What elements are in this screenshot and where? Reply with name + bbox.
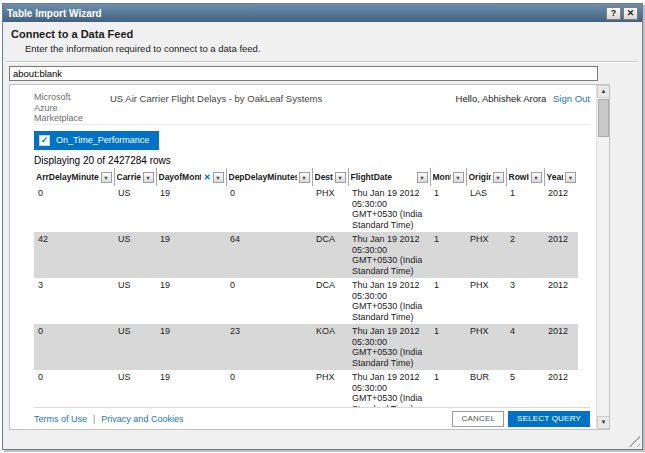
resize-grip[interactable]	[626, 433, 640, 447]
brand-line: Azure	[34, 103, 110, 114]
scroll-up-icon[interactable]: ▲	[597, 85, 610, 98]
table-cell: 0	[226, 370, 312, 407]
address-text: about:blank	[13, 68, 62, 79]
close-button[interactable]: ✕	[623, 7, 638, 20]
greeting-text: Hello, Abhishek Arora	[456, 93, 547, 104]
table-row: 42US1964DCAThu Jan 19 2012 05:30:00 GMT+…	[34, 232, 578, 278]
table-cell: 0	[34, 186, 114, 232]
terms-of-use-link[interactable]: Terms of Use	[34, 414, 87, 424]
checkbox-checked-icon[interactable]: ✓	[39, 135, 50, 146]
table-cell: 19	[156, 324, 226, 370]
table-cell: DCA	[312, 232, 348, 278]
table-cell: 1	[430, 370, 466, 407]
help-button[interactable]: ?	[606, 7, 621, 20]
table-cell: PHX	[466, 232, 506, 278]
address-box[interactable]: about:blank	[9, 66, 598, 81]
filter-dropdown-button[interactable]: ▼	[565, 172, 576, 183]
title-bar[interactable]: Table Import Wizard ? ✕	[3, 4, 642, 22]
privacy-cookies-link[interactable]: Privacy and Cookies	[101, 414, 183, 424]
clear-filter-icon[interactable]: ✕	[203, 172, 210, 182]
column-label: Year	[547, 172, 564, 182]
table-cell: US	[114, 370, 156, 407]
vertical-scrollbar[interactable]: ▲ ▼	[596, 85, 609, 429]
table-cell: 1	[430, 324, 466, 370]
brand-line: Microsoft	[34, 92, 110, 103]
table-cell: 2	[506, 232, 544, 278]
table-header-row: ArrDelayMinutes▼Carrier▼DayofMonth✕▼DepD…	[34, 168, 578, 186]
column-header-flightdate[interactable]: FlightDate▼	[348, 168, 430, 186]
select-query-button[interactable]: SELECT QUERY	[508, 411, 590, 427]
brand-line: Marketplace	[34, 113, 110, 124]
table-cell: DCA	[312, 278, 348, 324]
table-cell: 19	[156, 232, 226, 278]
filter-dropdown-button[interactable]: ▼	[417, 172, 428, 183]
column-label: Dest	[315, 172, 333, 182]
table-cell: KOA	[312, 324, 348, 370]
column-label: Carrier	[117, 172, 141, 182]
column-header-rowid[interactable]: RowId▼	[506, 168, 544, 186]
table-cell: PHX	[466, 324, 506, 370]
filter-dropdown-button[interactable]: ▼	[453, 172, 464, 183]
table-cell: 2012	[544, 186, 578, 232]
table-cell: Thu Jan 19 2012 05:30:00 GMT+0530 (India…	[348, 232, 430, 278]
table-cell: 2012	[544, 232, 578, 278]
feed-tab-row: ✓ On_Time_Performance	[34, 128, 590, 152]
filter-dropdown-button[interactable]: ▼	[143, 172, 154, 183]
table-cell: US	[114, 232, 156, 278]
table-cell: 42	[34, 232, 114, 278]
table-cell: 0	[34, 324, 114, 370]
table-cell: LAS	[466, 186, 506, 232]
table-cell: Thu Jan 19 2012 05:30:00 GMT+0530 (India…	[348, 324, 430, 370]
table-cell: 3	[34, 278, 114, 324]
column-header-month[interactable]: Month▼	[430, 168, 466, 186]
scrollbar-thumb[interactable]	[598, 99, 609, 137]
table-cell: 4	[506, 324, 544, 370]
footer-link-separator: |	[93, 414, 95, 424]
cancel-button[interactable]: CANCEL	[452, 411, 504, 427]
table-cell: 2012	[544, 324, 578, 370]
column-header-dayofmonth[interactable]: DayofMonth✕▼	[156, 168, 226, 186]
column-header-dest[interactable]: Dest▼	[312, 168, 348, 186]
table-cell: 23	[226, 324, 312, 370]
table-cell: 3	[506, 278, 544, 324]
table-cell: 5	[506, 370, 544, 407]
table-cell: 1	[430, 186, 466, 232]
table-cell: 2012	[544, 278, 578, 324]
sign-out-link[interactable]: Sign Out	[553, 93, 590, 104]
feed-tab[interactable]: ✓ On_Time_Performance	[34, 131, 159, 150]
column-header-year[interactable]: Year▼	[544, 168, 578, 186]
column-header-carrier[interactable]: Carrier▼	[114, 168, 156, 186]
scroll-down-icon[interactable]: ▼	[597, 416, 610, 429]
azure-marketplace-logo: Microsoft Azure Marketplace	[34, 92, 110, 124]
column-header-origin[interactable]: Origin▼	[466, 168, 506, 186]
filter-dropdown-button[interactable]: ▼	[335, 172, 346, 183]
window-title: Table Import Wizard	[7, 8, 604, 19]
table-cell: 1	[506, 186, 544, 232]
data-table: ArrDelayMinutes▼Carrier▼DayofMonth✕▼DepD…	[34, 168, 578, 407]
product-title: US Air Carrier Flight Delays - by OakLea…	[110, 92, 456, 104]
table-cell: 0	[34, 370, 114, 407]
table-row: 0US190PHXThu Jan 19 2012 05:30:00 GMT+05…	[34, 186, 578, 232]
column-header-arrdelayminutes[interactable]: ArrDelayMinutes▼	[34, 168, 114, 186]
table-row: 0US190PHXThu Jan 19 2012 05:30:00 GMT+05…	[34, 370, 578, 407]
table-cell: US	[114, 186, 156, 232]
table-cell: PHX	[312, 186, 348, 232]
table-row: 3US190DCAThu Jan 19 2012 05:30:00 GMT+05…	[34, 278, 578, 324]
filter-dropdown-button[interactable]: ▼	[213, 172, 224, 183]
browser-content: Microsoft Azure Marketplace US Air Carri…	[9, 84, 610, 430]
table-cell: 1	[430, 232, 466, 278]
filter-dropdown-button[interactable]: ▼	[101, 172, 112, 183]
table-cell: US	[114, 278, 156, 324]
filter-dropdown-button[interactable]: ▼	[299, 172, 310, 183]
table-cell: 2012	[544, 370, 578, 407]
filter-dropdown-button[interactable]: ▼	[531, 172, 542, 183]
wizard-step-description: Enter the information required to connec…	[25, 43, 634, 54]
column-header-depdelayminutes[interactable]: DepDelayMinutes▼	[226, 168, 312, 186]
column-label: Origin	[469, 172, 491, 182]
filter-dropdown-button[interactable]: ▼	[493, 172, 504, 183]
table-cell: Thu Jan 19 2012 05:30:00 GMT+0530 (India…	[348, 370, 430, 407]
table-cell: US	[114, 324, 156, 370]
table-cell: 64	[226, 232, 312, 278]
column-label: DayofMonth	[159, 172, 202, 182]
data-grid-area: ArrDelayMinutes▼Carrier▼DayofMonth✕▼DepD…	[34, 168, 590, 407]
